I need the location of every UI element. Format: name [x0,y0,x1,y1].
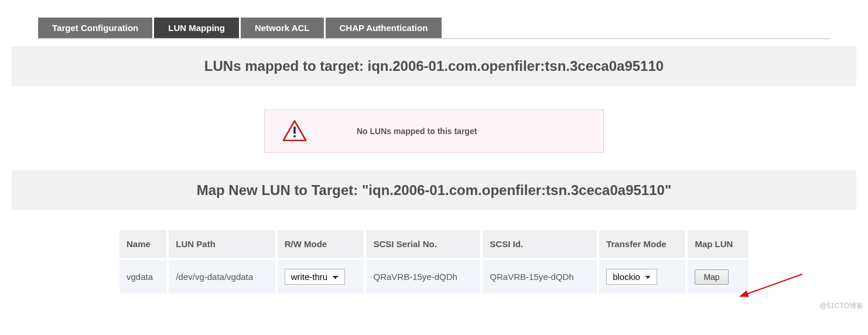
table-row: vgdata /dev/vg-data/vgdata write-thru QR… [119,260,749,293]
lun-table: Name LUN Path R/W Mode SCSI Serial No. S… [117,228,751,296]
col-name: Name [119,230,166,258]
svg-rect-1 [293,127,296,134]
tabs-container: Target Configuration LUN Mapping Network… [38,18,830,39]
luns-mapped-header: LUNs mapped to target: iqn.2006-01.com.o… [12,46,856,86]
cell-lun-path: /dev/vg-data/vgdata [169,260,275,293]
col-rw-mode: R/W Mode [278,230,364,258]
tab-underline [38,38,830,39]
map-button[interactable]: Map [695,269,728,285]
tabs-bar: Target Configuration LUN Mapping Network… [38,18,830,38]
map-new-lun-header: Map New LUN to Target: "iqn.2006-01.com.… [12,170,856,210]
col-scsi-id: SCSI Id. [483,230,597,258]
tab-network-acl[interactable]: Network ACL [241,18,324,38]
svg-rect-2 [293,135,296,138]
svg-line-4 [747,274,802,294]
cell-transfer-mode: blockio [599,260,685,293]
warning-icon [282,119,307,143]
table-header-row: Name LUN Path R/W Mode SCSI Serial No. S… [119,230,749,258]
notice-box: No LUNs mapped to this target [264,110,604,153]
tab-lun-mapping[interactable]: LUN Mapping [154,18,239,38]
tab-chap-authentication[interactable]: CHAP Authentication [326,18,442,38]
col-scsi-serial: SCSI Serial No. [366,230,480,258]
transfer-mode-select[interactable]: blockio [606,269,657,285]
col-lun-path: LUN Path [169,230,275,258]
tab-target-configuration[interactable]: Target Configuration [38,18,152,38]
cell-scsi-id: QRaVRB-15ye-dQDh [483,260,597,293]
notice-text: No LUNs mapped to this target [357,127,477,136]
rw-mode-select[interactable]: write-thru [285,269,345,285]
lun-table-container: Name LUN Path R/W Mode SCSI Serial No. S… [117,228,751,296]
col-map-lun: Map LUN [688,230,749,258]
cell-name: vgdata [119,260,166,293]
col-transfer-mode: Transfer Mode [599,230,685,258]
cell-map-lun: Map [688,260,749,293]
cell-scsi-serial: QRaVRB-15ye-dQDh [366,260,480,293]
cell-rw-mode: write-thru [278,260,364,293]
watermark: @51CTO博客 [819,301,863,311]
